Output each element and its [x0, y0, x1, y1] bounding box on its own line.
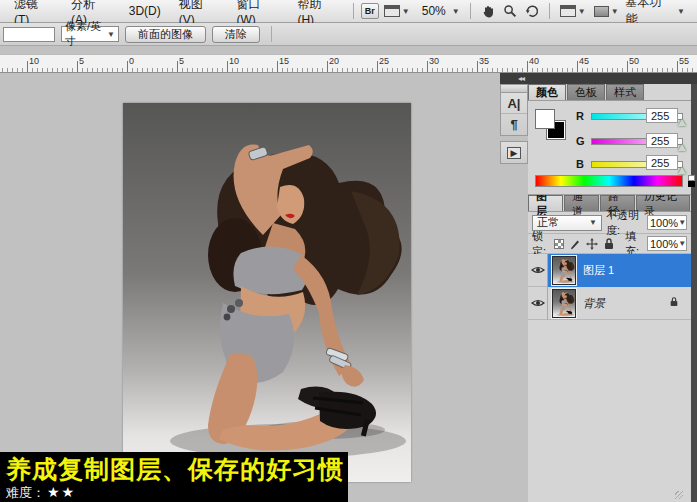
ruler-label: 25 — [379, 56, 389, 66]
screen-mode-icon — [594, 6, 609, 17]
lock-row: 锁定: 填充: 100% ▼ — [528, 234, 691, 254]
rotate-view-button[interactable] — [522, 4, 542, 18]
spectrum-endcaps — [677, 175, 689, 187]
chevron-down-icon: ▼ — [611, 7, 619, 16]
chevron-down-icon: ▼ — [677, 7, 685, 16]
view-extras-icon — [384, 5, 400, 17]
fill-input[interactable]: 100% ▼ — [647, 236, 687, 251]
unit-select[interactable]: 像素/英寸 ▼ — [61, 26, 119, 42]
tab-styles[interactable]: 样式 — [606, 84, 644, 100]
horizontal-ruler[interactable]: 10 5 0 5 10 15 20 25 30 35 40 45 50 55 — [0, 54, 697, 73]
hand-icon — [481, 4, 495, 18]
black-swatch[interactable] — [688, 181, 695, 187]
transparency-icon — [554, 239, 564, 249]
foreground-color-swatch[interactable] — [535, 109, 555, 129]
layers-empty-area — [528, 320, 691, 502]
lock-position-button[interactable] — [586, 237, 598, 250]
tab-color[interactable]: 颜色 — [528, 84, 566, 100]
background-lock — [669, 296, 679, 310]
view-extras-dropdown[interactable]: ▼ — [381, 5, 413, 17]
ruler-label: 5 — [79, 56, 84, 66]
arrange-documents-dropdown[interactable]: ▼ — [557, 5, 589, 17]
ruler-label: 50 — [629, 56, 639, 66]
chevron-down-icon: ▼ — [578, 7, 586, 16]
menu-3d[interactable]: 3D(D) — [121, 2, 169, 20]
separator — [271, 26, 272, 42]
layer-thumbnail[interactable] — [552, 289, 576, 318]
red-value-input[interactable]: 255 — [646, 108, 678, 123]
tutorial-tip-bar: 养成复制图层、保存的好习惯 难度： ★★ — [0, 452, 348, 502]
panel-resize-grip[interactable] — [675, 491, 683, 499]
launch-bridge-button[interactable]: Br — [361, 3, 379, 19]
green-value-input[interactable]: 255 — [646, 133, 678, 148]
zoom-tool-button[interactable] — [500, 4, 520, 18]
ruler-label: 40 — [529, 56, 539, 66]
document-image[interactable] — [123, 103, 411, 482]
dock-edge-strip[interactable] — [691, 84, 697, 502]
photoshop-window: 滤镜(T) 分析(A) 3D(D) 视图(V) 窗口(W) 帮助(H) Br ▼… — [0, 0, 697, 502]
unit-value: 像素/英寸 — [65, 19, 107, 49]
lock-icon — [669, 296, 679, 307]
tab-history[interactable]: 历史记录 — [636, 195, 690, 211]
tab-channels[interactable]: 通道 — [564, 195, 599, 211]
screen-mode-dropdown[interactable]: ▼ — [591, 6, 622, 17]
visibility-toggle[interactable] — [528, 287, 548, 320]
zoom-level-dropdown[interactable]: 50% ▼ — [415, 4, 463, 18]
hand-tool-button[interactable] — [478, 4, 498, 18]
slider-handle-icon[interactable] — [678, 119, 686, 126]
separator — [549, 3, 550, 19]
blend-mode-row: 正常 ▼ 不透明度: 100% ▼ — [528, 212, 691, 234]
fill-value: 100% — [650, 238, 678, 250]
actions-panel-icon[interactable]: ▶ — [501, 142, 527, 163]
ruler-label: 10 — [29, 56, 39, 66]
green-channel-label: G — [576, 135, 586, 147]
ruler-label: 55 — [679, 56, 689, 66]
dock-collapse-bar[interactable]: ◂◂ — [500, 73, 697, 84]
strip-grip[interactable] — [500, 84, 528, 92]
lock-all-button[interactable] — [603, 237, 615, 250]
layer-row-layer1[interactable]: 图层 1 — [528, 254, 691, 287]
separator — [353, 3, 354, 19]
lock-icon — [603, 237, 615, 250]
blue-value-input[interactable]: 255 — [646, 155, 678, 170]
color-swatches — [535, 109, 569, 143]
paragraph-panel-icon[interactable]: ¶ — [501, 114, 527, 135]
ruler-label: 15 — [279, 56, 289, 66]
ruler-label: 0 — [129, 56, 134, 66]
lock-pixels-button[interactable] — [569, 237, 581, 250]
tab-swatches[interactable]: 色板 — [567, 84, 605, 100]
color-spectrum-ramp[interactable] — [535, 175, 683, 187]
move-icon — [586, 238, 598, 250]
play-icon: ▶ — [507, 147, 522, 159]
chevron-down-icon: ▼ — [107, 30, 115, 39]
chevron-down-icon: ▼ — [589, 218, 597, 227]
layer-name[interactable]: 图层 1 — [583, 263, 614, 278]
layer-row-background[interactable]: 背景 — [528, 287, 691, 320]
difficulty-label: 难度： — [6, 484, 45, 501]
slider-handle-icon[interactable] — [678, 167, 686, 174]
chevron-down-icon: ▼ — [678, 218, 686, 227]
brush-icon — [569, 238, 581, 250]
layer-name[interactable]: 背景 — [583, 296, 605, 311]
arrange-documents-icon — [560, 5, 576, 17]
resolution-input[interactable] — [3, 27, 55, 42]
lock-transparency-button[interactable] — [554, 237, 564, 250]
tool-options-bar: 像素/英寸 ▼ 前面的图像 清除 — [0, 23, 697, 46]
character-panel-icon[interactable]: A| — [501, 93, 527, 114]
chevron-down-icon: ▼ — [402, 7, 410, 16]
separator — [470, 3, 471, 19]
opacity-value: 100% — [650, 217, 678, 229]
tab-layers[interactable]: 图层 — [528, 195, 563, 211]
slider-handle-icon[interactable] — [678, 144, 686, 151]
zoom-level-value: 50% — [418, 4, 450, 18]
opacity-input[interactable]: 100% ▼ — [647, 215, 687, 230]
visibility-toggle[interactable] — [528, 254, 548, 287]
ruler-label: 45 — [579, 56, 589, 66]
clear-button[interactable]: 清除 — [212, 26, 260, 43]
strip-group-text: A| ¶ — [500, 92, 528, 136]
layer-thumbnail[interactable] — [552, 256, 576, 285]
ruler-label: 30 — [429, 56, 439, 66]
front-image-button[interactable]: 前面的图像 — [125, 26, 206, 43]
eye-icon — [531, 265, 545, 275]
magnifier-icon — [503, 4, 517, 18]
